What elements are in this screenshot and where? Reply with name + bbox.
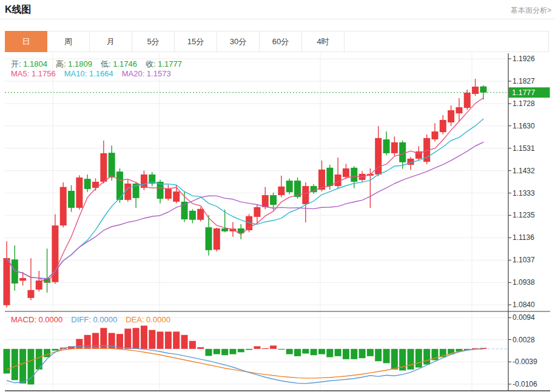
candle (27, 258, 34, 300)
legend-label: DEA: (126, 315, 144, 324)
candle (335, 158, 341, 189)
candle (383, 131, 390, 155)
legend-label: MA10: (64, 69, 87, 78)
candle (36, 271, 42, 291)
vertical-gridlines (53, 53, 472, 391)
ohlc-legend-item: 低: 1.1746 (101, 59, 137, 68)
candle (311, 184, 317, 194)
candle (238, 224, 244, 239)
y-axis-label: 1.1827 (513, 77, 535, 85)
legend-value: 1.1573 (144, 69, 170, 78)
legend-label: MA5: (11, 69, 29, 78)
candle (302, 182, 309, 222)
legend-value: 1.1809 (66, 59, 92, 68)
y-axis-label: 1.1136 (513, 233, 534, 242)
y-axis-label: 1.1630 (513, 122, 535, 130)
candle (76, 175, 82, 210)
candle (4, 241, 10, 307)
candle (100, 141, 107, 184)
svg-text:1.1777: 1.1777 (512, 88, 535, 97)
y-axis-label: 1.1037 (513, 256, 535, 264)
legend-label: 高: (56, 59, 66, 68)
candle (84, 174, 91, 192)
legend-value: 1.1756 (29, 69, 55, 78)
candle (12, 245, 18, 291)
legend-label: 开: (11, 59, 21, 68)
legend-value: 0.0000 (144, 315, 170, 324)
macd-histogram (4, 325, 487, 384)
macd-legend: MACD: 0.0000DIFF: 0.0000DEA: 0.0000 (11, 315, 179, 324)
y-axis-label: 1.1333 (513, 189, 535, 198)
candle (456, 98, 462, 121)
ohlc-legend: 开: 1.1804高: 1.1809低: 1.1746收: 1.1777 (11, 59, 190, 70)
legend-value: 1.1804 (21, 59, 47, 68)
macd-legend-item: DIFF: 0.0000 (71, 315, 117, 324)
macd-axis-label: 0.0028 (513, 336, 535, 344)
candle (44, 248, 50, 293)
y-axis-label: 1.1531 (513, 144, 535, 153)
candle (149, 172, 155, 187)
candle (286, 178, 293, 194)
legend-value: 0.0000 (91, 315, 117, 324)
candle (68, 185, 75, 212)
legend-label: MACD: (11, 315, 36, 324)
legend-value: 1.1777 (156, 59, 182, 68)
ohlc-legend-item: 收: 1.1777 (146, 59, 182, 68)
y-axis-label: 1.1235 (513, 211, 535, 219)
candle (448, 105, 454, 126)
ma-legend-item: MA5: 1.1756 (11, 69, 56, 78)
candle (423, 135, 430, 164)
legend-label: 收: (146, 59, 156, 68)
y-axis-label: 1.1728 (513, 99, 535, 108)
candle (165, 185, 172, 201)
legend-label: DIFF: (71, 315, 91, 324)
last-price-label: 1.1777 (509, 87, 550, 98)
candle (343, 164, 349, 179)
legend-value: 1.1664 (87, 69, 113, 78)
macd-axis: 0.00940.0028-0.0039-0.0106 (508, 313, 537, 388)
macd-axis-label: 0.0094 (513, 313, 535, 322)
candle (480, 85, 486, 100)
ma-legend-item: MA20: 1.1573 (122, 69, 171, 78)
ma-legend: MA5: 1.1756MA10: 1.1664MA20: 1.1573 (11, 69, 180, 78)
kline-widget: K线图 基本面分析> 日周月5分15分30分60分4时 1.19261.1827… (0, 0, 555, 392)
macd-legend-item: MACD: 0.0000 (11, 315, 62, 324)
legend-label: 低: (101, 59, 111, 68)
candle (391, 136, 398, 156)
macd-axis-label: -0.0039 (513, 357, 537, 366)
candle (206, 215, 212, 256)
candle (278, 176, 284, 198)
ma-legend-item: MA10: 1.1664 (64, 69, 113, 78)
ohlc-legend-item: 开: 1.1804 (11, 59, 47, 68)
candle (440, 115, 446, 135)
candle (351, 166, 357, 188)
y-axis-label: 1.0840 (513, 301, 535, 309)
legend-label: MA20: (122, 69, 145, 78)
candle (375, 126, 382, 176)
y-axis-label: 1.0938 (513, 278, 535, 287)
legend-value: 0.0000 (36, 315, 62, 324)
legend-value: 1.1746 (111, 59, 137, 68)
macd-legend-item: DEA: 0.0000 (126, 315, 170, 324)
candle (214, 228, 220, 251)
y-axis-label: 1.1432 (513, 167, 535, 175)
candle (189, 209, 196, 223)
macd-axis-label: -0.0106 (513, 380, 537, 388)
candle (60, 182, 67, 227)
ohlc-legend-item: 高: 1.1809 (56, 59, 92, 68)
y-axis-label: 1.1926 (513, 55, 535, 63)
